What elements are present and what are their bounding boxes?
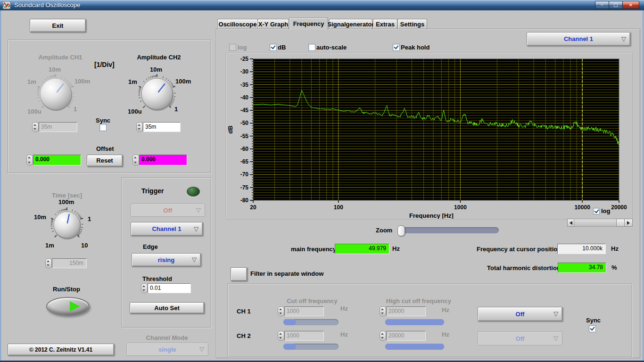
tab-xy-graph[interactable]: X-Y Graph: [257, 19, 289, 29]
offset-ch2-value[interactable]: 0.000: [139, 155, 187, 165]
log-checkbox-label: log: [238, 44, 247, 51]
ch2-filter-mode-dropdown[interactable]: Off ▽: [478, 331, 562, 346]
ch2-cutoff-spinner[interactable]: [278, 331, 284, 341]
exit-button[interactable]: Exit: [30, 19, 86, 32]
ch1-cutoff-value[interactable]: 1000: [284, 306, 324, 316]
filter-sync-checkbox[interactable]: [589, 325, 596, 332]
ch2-knob-label-1: 1: [174, 106, 178, 113]
trigger-edge-dropdown[interactable]: rising ▽: [132, 253, 201, 266]
time-spinner[interactable]: [45, 258, 52, 268]
svg-text:-80: -80: [240, 197, 249, 204]
filter-ch2-label: CH 2: [237, 332, 251, 339]
axis-log-checkbox[interactable]: [593, 208, 600, 214]
log-checkbox[interactable]: [229, 44, 236, 51]
amplitude-ch1-value[interactable]: 35m: [39, 122, 77, 132]
db-checkbox[interactable]: [270, 44, 277, 51]
chevron-down-icon: ▽: [199, 346, 204, 353]
filter-ch1-label: CH 1: [237, 308, 251, 315]
offset-ch1-value[interactable]: 0.000: [33, 155, 81, 165]
tab-settings[interactable]: Settings: [397, 19, 427, 29]
spectrum-graph[interactable]: -25-30-35-40-45-50-55-60-65-70-75-802010…: [226, 53, 632, 219]
app-window: Soundcard Oszilloscope − ▢ ✕ Exit Amplit…: [0, 0, 644, 362]
amplitude-ch1-title: Amplitude CH1: [27, 54, 93, 61]
svg-text:-35: -35: [240, 82, 249, 88]
tab-oscilloscope[interactable]: Oscilloscope: [217, 19, 258, 29]
auto-set-button[interactable]: Auto Set: [130, 302, 204, 313]
svg-text:-45: -45: [240, 107, 249, 114]
auto-scale-checkbox[interactable]: [308, 44, 315, 51]
time-knob[interactable]: [47, 205, 87, 245]
arrow-left-icon: [570, 221, 572, 225]
ch1-cutoff-slider[interactable]: [283, 319, 339, 325]
ch1-filter-mode-value: Off: [516, 311, 525, 318]
chevron-down-icon: ▽: [553, 335, 558, 342]
trigger-led: [187, 187, 200, 197]
svg-text:-50: -50: [240, 120, 249, 126]
time-knob-label-10m: 10m: [34, 214, 46, 221]
time-knob-label-10: 10: [81, 242, 88, 249]
amplitude-ch2-value[interactable]: 35m: [143, 122, 181, 132]
channel-mode-value: single: [158, 346, 176, 353]
chevron-down-icon: ▽: [194, 225, 198, 232]
run-stop-button[interactable]: [46, 297, 90, 316]
ch1-high-cutoff-slider[interactable]: [385, 319, 444, 325]
ch1-filter-mode-dropdown[interactable]: Off ▽: [478, 307, 562, 321]
offset-ch1-spinner[interactable]: [26, 155, 33, 165]
svg-text:-60: -60: [240, 146, 249, 152]
ch1-high-cutoff-unit: Hz: [442, 306, 449, 313]
zoom-slider-handle[interactable]: [397, 225, 405, 236]
scrollbar-track[interactable]: [574, 219, 617, 227]
tab-signalgenerator[interactable]: Signalgenerator: [329, 19, 372, 29]
chevron-down-icon: ▽: [553, 310, 558, 317]
copyright-button[interactable]: © 2012 C. Zeitnitz V1.41: [8, 344, 114, 355]
exit-button-label: Exit: [52, 22, 64, 29]
arrow-right-icon: [627, 221, 630, 225]
trigger-source-dropdown[interactable]: Channel 1 ▽: [131, 222, 203, 236]
peak-hold-checkbox[interactable]: [393, 44, 400, 51]
ch2-knob-label-100m: 100m: [175, 78, 191, 85]
minimize-button[interactable]: −: [595, 1, 609, 9]
ch1-high-cutoff-spinner[interactable]: [380, 306, 386, 316]
ch2-knob-label-10m: 10m: [150, 66, 162, 73]
amplitude-ch2-spinner[interactable]: [136, 122, 143, 132]
time-value[interactable]: 150m: [52, 258, 87, 268]
amplitude-sync-checkbox[interactable]: [99, 124, 107, 131]
auto-set-label: Auto Set: [154, 304, 179, 312]
ch1-cutoff-spinner[interactable]: [278, 306, 284, 316]
threshold-value[interactable]: 0.01: [148, 283, 191, 293]
channel-select-dropdown[interactable]: Channel 1 ▽: [527, 32, 630, 46]
peak-hold-checkbox-label: Peak hold: [401, 44, 429, 51]
filter-window-button[interactable]: [231, 267, 247, 281]
ch2-high-cutoff-spinner[interactable]: [380, 331, 386, 341]
ch2-high-cutoff-slider[interactable]: [385, 344, 444, 350]
svg-text:-30: -30: [240, 68, 249, 75]
offset-ch2-spinner[interactable]: [132, 155, 139, 165]
trigger-title: Trigger: [141, 187, 164, 195]
svg-text:dB: dB: [227, 125, 234, 133]
tab-extras[interactable]: Extras: [373, 19, 397, 29]
amplitude-sync-label: Sync: [96, 117, 110, 124]
ch2-high-cutoff-value[interactable]: 20000: [386, 331, 426, 341]
ch1-high-cutoff-value[interactable]: 20000: [386, 306, 426, 316]
ch2-cutoff-slider[interactable]: [283, 344, 339, 350]
threshold-spinner[interactable]: [141, 283, 148, 293]
scrollbar-right-button[interactable]: [624, 219, 633, 227]
tab-label: Signalgenerator: [328, 21, 374, 28]
minimize-icon: −: [601, 2, 603, 8]
maximize-button[interactable]: ▢: [609, 1, 623, 9]
threshold-label: Threshold: [142, 275, 172, 282]
ch2-cutoff-value[interactable]: 1000: [284, 331, 324, 341]
trigger-mode-dropdown[interactable]: Off ▽: [131, 204, 205, 217]
offset-reset-button[interactable]: Reset: [87, 155, 123, 166]
title-bar[interactable]: Soundcard Oszilloscope − ▢ ✕: [0, 0, 644, 10]
tab-frequency[interactable]: Frequency: [289, 17, 328, 30]
zoom-slider-track[interactable]: [399, 227, 499, 233]
amplitude-ch2-knob[interactable]: [136, 73, 178, 115]
cutoff-header: Cut off frequency: [279, 297, 345, 304]
high-cutoff-header: High cut off frequency: [381, 297, 456, 304]
thd-label: Total harmonic distortion: [487, 264, 561, 272]
close-button[interactable]: ✕: [622, 1, 639, 9]
amplitude-ch1-spinner[interactable]: [32, 122, 39, 132]
ch1-knob-label-100m: 100m: [74, 78, 90, 85]
channel-mode-dropdown[interactable]: single ▽: [126, 343, 208, 356]
